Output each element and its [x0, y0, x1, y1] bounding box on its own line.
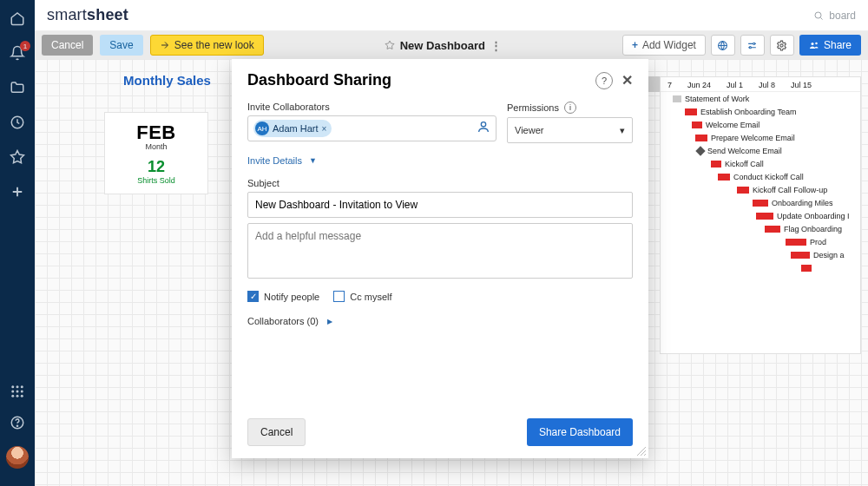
gantt-bar [692, 122, 702, 128]
notify-checkbox[interactable]: ✓ Notify people [247, 291, 319, 302]
create-icon[interactable] [10, 184, 25, 200]
invite-label: Invite Collaborators [247, 102, 496, 112]
svg-point-19 [481, 122, 485, 127]
checkbox-icon: ✓ [247, 291, 259, 302]
gantt-row [661, 261, 860, 274]
gear-icon[interactable] [770, 35, 794, 56]
gantt-row: Kickoff Call [661, 157, 860, 170]
gantt-date: Jul 8 [759, 81, 775, 89]
gantt-task-label: Establish Onboarding Team [700, 108, 796, 116]
gantt-bar [801, 265, 812, 272]
gantt-bar [765, 226, 780, 233]
gantt-task-label: Prod [810, 238, 826, 246]
svg-point-4 [11, 391, 14, 393]
user-avatar[interactable] [6, 446, 29, 469]
svg-point-11 [16, 425, 17, 426]
permissions-select[interactable]: Viewer ▾ [507, 117, 633, 143]
dashboard-title[interactable]: New Dashboard ⋮ [271, 39, 615, 52]
gantt-task-label: Flag Onboarding [784, 225, 842, 233]
gantt-bar [756, 213, 773, 220]
gantt-bar [791, 252, 810, 259]
svg-point-1 [11, 385, 14, 388]
gantt-bar [718, 174, 730, 181]
save-button[interactable]: Save [100, 35, 142, 56]
gantt-date: Jun 24 [687, 81, 711, 89]
favorites-icon[interactable] [10, 149, 25, 165]
notifications-icon[interactable]: 1 [10, 45, 25, 61]
gantt-bar [673, 95, 681, 102]
subject-input[interactable] [247, 192, 633, 218]
svg-point-8 [16, 395, 19, 397]
svg-point-15 [750, 46, 752, 48]
modal-cancel-button[interactable]: Cancel [247, 418, 306, 446]
help-icon[interactable]: ? [595, 72, 613, 89]
brand-logo: smartsheet [47, 6, 128, 24]
monthly-sales-widget[interactable]: Monthly Sales FEB Month 12 Shirts Sold [104, 73, 230, 194]
settings-sliders-icon[interactable] [740, 35, 765, 56]
left-nav-rail: 1 [0, 0, 35, 486]
gantt-bar [685, 108, 697, 115]
svg-point-9 [21, 395, 23, 397]
svg-point-16 [780, 43, 783, 46]
share-button[interactable]: Share [799, 35, 861, 56]
share-dashboard-button[interactable]: Share Dashboard [527, 418, 633, 446]
gantt-row: Welcome Email [661, 118, 860, 131]
invite-details-toggle[interactable]: Invite Details▼ [247, 155, 633, 166]
sharing-modal: Dashboard Sharing ? ✕ Invite Collaborato… [232, 59, 648, 458]
close-icon[interactable]: ✕ [621, 72, 633, 89]
collaborators-toggle[interactable]: Collaborators (0)▶ [247, 316, 633, 326]
recents-icon[interactable] [10, 115, 25, 130]
svg-point-17 [811, 43, 813, 45]
see-new-look-button[interactable]: See the new look [150, 35, 264, 56]
gantt-row: Onboarding Miles [661, 196, 860, 209]
gantt-row: Statement of Work [661, 92, 860, 105]
folder-icon[interactable] [10, 80, 25, 95]
gantt-widget[interactable]: 7Jun 24Jul 1Jul 8Jul 15 Statement of Wor… [660, 76, 861, 354]
chip-remove-icon[interactable]: × [322, 124, 327, 134]
svg-point-12 [815, 12, 821, 18]
gantt-row: Send Welcome Email [661, 144, 860, 157]
collaborator-chip[interactable]: AH Adam Hart × [253, 120, 332, 137]
gantt-date: Jul 1 [727, 81, 743, 89]
checkbox-icon [333, 291, 345, 302]
cc-myself-checkbox[interactable]: Cc myself [333, 291, 391, 302]
gantt-task-label: Design a [813, 251, 845, 259]
gantt-date: 7 [667, 81, 672, 89]
gantt-bar [695, 135, 707, 141]
gantt-bar [711, 161, 721, 167]
gantt-task-label: Prepare Welcome Email [711, 134, 795, 142]
metric-card: FEB Month 12 Shirts Sold [104, 112, 208, 194]
gantt-row: Prod [661, 235, 860, 248]
info-icon[interactable]: i [564, 102, 576, 114]
gantt-date: Jul 15 [791, 81, 812, 89]
gantt-task-label: Send Welcome Email [707, 147, 782, 155]
help-icon[interactable] [10, 415, 25, 430]
resize-grip-icon[interactable] [637, 447, 646, 456]
gantt-row: Update Onboarding I [661, 209, 860, 222]
publish-icon[interactable] [711, 35, 735, 56]
add-person-icon[interactable] [477, 120, 490, 137]
home-icon[interactable] [10, 10, 25, 26]
chevron-down-icon: ▾ [620, 125, 625, 136]
message-textarea[interactable] [247, 223, 633, 279]
permissions-label: Permissions i [507, 102, 633, 114]
cancel-button[interactable]: Cancel [42, 35, 93, 56]
modal-title: Dashboard Sharing [247, 71, 589, 89]
global-search[interactable]: board [813, 10, 856, 22]
subject-label: Subject [247, 178, 633, 188]
widget-title: Monthly Sales [104, 73, 230, 88]
apps-icon[interactable] [10, 384, 25, 399]
gantt-row: Conduct Kickoff Call [661, 170, 860, 183]
chip-avatar: AH [255, 122, 269, 135]
milestone-icon [695, 146, 705, 155]
dashboard-toolbar: Cancel Save See the new look New Dashboa… [35, 31, 868, 59]
svg-point-5 [16, 391, 19, 393]
title-menu-icon[interactable]: ⋮ [490, 39, 502, 52]
add-widget-button[interactable]: +Add Widget [622, 35, 706, 56]
gantt-task-label: Conduct Kickoff Call [733, 173, 804, 181]
gantt-task-label: Kickoff Call Follow-up [753, 186, 827, 194]
invite-input[interactable]: AH Adam Hart × [247, 115, 496, 141]
gantt-bar [753, 200, 768, 207]
gantt-row: Design a [661, 248, 860, 261]
gantt-task-label: Welcome Email [706, 121, 760, 129]
